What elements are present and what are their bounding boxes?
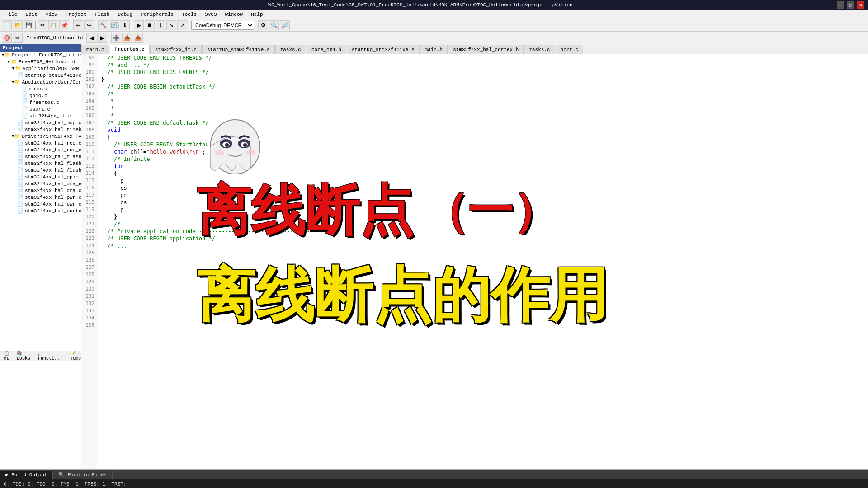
sidebar-item-mdk-arm[interactable]: ▼ 📁 Application/MDK-ARM — [0, 65, 81, 72]
download-button[interactable]: ⬇ — [120, 20, 130, 30]
menu-window[interactable]: Window — [222, 11, 247, 18]
menu-view[interactable]: View — [42, 11, 61, 18]
tab-startup-s[interactable]: startup_stm32f411xe.s — [202, 45, 275, 54]
sidebar-item-label: usart.c — [29, 107, 50, 112]
sidebar-item-label: stm32f4xx_hal_pwr.c — [25, 195, 81, 200]
tab-port-c[interactable]: port.c — [556, 45, 584, 54]
menu-help[interactable]: Help — [247, 11, 266, 18]
menu-tools[interactable]: Tools — [178, 11, 200, 18]
tab-hal-cortex-h[interactable]: stm32f4xx_hal_cortex.h — [448, 45, 524, 54]
redo-button[interactable]: ↪ — [84, 20, 94, 30]
sidebar-tab-functions[interactable]: ƒ Functi... — [34, 350, 66, 362]
sidebar-item-label: main.c — [29, 86, 47, 92]
sidebar-item-project[interactable]: ▼ 📁 Project: FreeRTOS_Helloworld — [0, 52, 81, 58]
sidebar-item-dma-ex-c[interactable]: 📄 stm32f4xx_hal_dma_ex.c — [0, 180, 81, 187]
sidebar-item-user-core[interactable]: ▼ 📁 Application/User/Core — [0, 79, 81, 85]
sidebar-item-freertos-c[interactable]: 📄 freertos.c — [0, 99, 81, 106]
tab-tasks-c2[interactable]: tasks.c — [524, 45, 555, 54]
code-editor[interactable]: 98 99 100 101 102 103 104 105 106 107 10… — [81, 54, 868, 469]
import-button[interactable]: 📥 — [122, 33, 132, 43]
sidebar-item-rcc-ex-c[interactable]: 📄 stm32f4xx_hal_rcc_ex.c — [0, 146, 81, 153]
tab-label: tasks.c — [529, 47, 550, 52]
tab-it-c[interactable]: stm32f4xx_it.c — [150, 45, 202, 54]
tab-main-c[interactable]: main.c — [81, 45, 109, 54]
build-button[interactable]: 🔨 — [98, 20, 108, 30]
sidebar-item-flash-c[interactable]: 📄 stm32f4xx_hal_flash.c — [0, 153, 81, 160]
sidebar-item-main-c[interactable]: 📄 main.c — [0, 85, 81, 92]
menu-file[interactable]: File — [2, 11, 21, 18]
tab-label: startup_stm32f411xe.s — [207, 47, 270, 52]
tab-tasks-c[interactable]: tasks.c — [275, 45, 306, 54]
edit-mode-button[interactable]: ✏ — [13, 33, 23, 43]
paste-button[interactable]: 📌 — [59, 20, 69, 30]
sidebar-item-label: stm32f4xx_hal_dma_ex.c — [25, 181, 81, 187]
next-button[interactable]: ▶ — [97, 33, 107, 43]
search-button[interactable]: 🔍 — [269, 20, 279, 30]
step-over-button[interactable]: ⤵ — [156, 20, 165, 30]
sidebar-tab-books[interactable]: 📚 Books — [13, 350, 34, 362]
tab-main-h[interactable]: main.h — [420, 45, 448, 54]
menu-flash[interactable]: Flash — [91, 11, 113, 18]
tab-freertos-c[interactable]: freertos.c — [110, 45, 150, 54]
expand-icon: ▼ — [12, 66, 15, 71]
code-line: p — [101, 206, 868, 213]
zoom-button[interactable]: 🔎 — [280, 20, 290, 30]
output-tab-find[interactable]: 🔍 Find in Files — [53, 471, 112, 479]
sidebar-item-timebase[interactable]: 📄 stm32f4xx_hal_timebase_t... — [0, 126, 81, 133]
save-button[interactable]: 💾 — [24, 20, 33, 30]
sidebar-item-helloworld[interactable]: ▼ 📁 FreeRTOS_Helloworld — [0, 58, 81, 65]
sidebar-item-it-c[interactable]: 📄 stm32f4xx_it.c — [0, 113, 81, 119]
export-button[interactable]: 📤 — [133, 33, 143, 43]
file-icon: 📄 — [22, 106, 28, 112]
code-line: /* add ... */ — [101, 61, 868, 69]
file-icon: 📄 — [17, 120, 24, 126]
sidebar-item-pwr-ex-c[interactable]: 📄 stm32f4xx_hal_pwr_ex.c — [0, 201, 81, 207]
sidebar-item-pwr-c[interactable]: 📄 stm32f4xx_hal_pwr.c — [0, 194, 81, 201]
undo-button[interactable]: ↩ — [73, 20, 83, 30]
sidebar-tab-project[interactable]: 📋 ct — [0, 350, 13, 362]
sidebar-item-gpio-hal-c[interactable]: 📄 stm32f4xx_hal_gpio.c — [0, 174, 81, 180]
sidebar-item-dma-c[interactable]: 📄 stm32f4xx_hal_dma.c — [0, 187, 81, 194]
sidebar-tab-templates[interactable]: 📝 Templ... — [66, 350, 81, 362]
maximize-button[interactable]: □ — [847, 1, 854, 9]
sidebar-item-gpio-c[interactable]: 📄 gpio.c — [0, 92, 81, 99]
project-target-button[interactable]: 🎯 — [2, 33, 12, 43]
tab-startup-s2[interactable]: startup_stm32f411xe.s — [347, 45, 420, 54]
config-dropdown[interactable]: CoreDebug_DEMCR_ — [191, 21, 254, 30]
sidebar-item-startup[interactable]: 📄 startup_stm32f411xe.s — [0, 72, 81, 79]
open-button[interactable]: 📂 — [13, 20, 23, 30]
settings-button[interactable]: ⚙ — [258, 20, 268, 30]
debug-stop-button[interactable]: ⏹ — [145, 20, 155, 30]
minimize-button[interactable]: − — [837, 1, 844, 9]
cut-button[interactable]: ✂ — [38, 20, 47, 30]
tab-core-cm4-h[interactable]: core_cm4.h — [307, 45, 346, 54]
sidebar-item-msp-c[interactable]: 📄 stm32f4xx_hal_msp.c — [0, 119, 81, 126]
step-out-button[interactable]: ↗ — [177, 20, 187, 30]
prev-button[interactable]: ◀ — [86, 33, 96, 43]
rebuild-button[interactable]: 🔄 — [109, 20, 119, 30]
output-tab-build[interactable]: ▶ Build Output — [0, 471, 53, 479]
sidebar-item-rcc-c[interactable]: 📄 stm32f4xx_hal_rcc.c — [0, 140, 81, 146]
debug-start-button[interactable]: ▶ — [134, 20, 144, 30]
file-icon: 📄 — [17, 147, 24, 153]
sidebar-item-flash-ex-c[interactable]: 📄 stm32f4xx_hal_flash_ex.c — [0, 160, 81, 167]
sidebar-item-cortex-c[interactable]: 📄 stm32f4xx_hal_cortex.c — [0, 207, 81, 214]
menu-peripherals[interactable]: Peripherals — [137, 11, 177, 18]
new-file-button[interactable]: 📄 — [2, 20, 12, 30]
menu-svcs[interactable]: SVCS — [201, 11, 220, 18]
separator3 — [96, 21, 96, 30]
menu-edit[interactable]: Edit — [22, 11, 41, 18]
main-layout: Project ▼ 📁 Project: FreeRTOS_Helloworld… — [0, 44, 868, 469]
close-button[interactable]: ✕ — [857, 1, 864, 9]
menu-debug[interactable]: Debug — [114, 11, 136, 18]
add-file-button[interactable]: ➕ — [111, 33, 121, 43]
sidebar-item-hal-drv[interactable]: ▼ 📁 Drivers/STM32F4xx_HAL_Driv... — [0, 133, 81, 140]
copy-button[interactable]: 📋 — [48, 20, 58, 30]
step-into-button[interactable]: ↘ — [166, 20, 176, 30]
menu-project[interactable]: Project — [62, 11, 90, 18]
sidebar-item-usart-c[interactable]: 📄 usart.c — [0, 106, 81, 113]
file-icon: 📄 — [17, 127, 24, 132]
project-name-label: FreeRTOS_Helloworld — [24, 35, 85, 41]
sidebar-item-flash-ramf[interactable]: 📄 stm32f4xx_hal_flash_ramf... — [0, 167, 81, 174]
file-icon: 📄 — [22, 99, 28, 105]
